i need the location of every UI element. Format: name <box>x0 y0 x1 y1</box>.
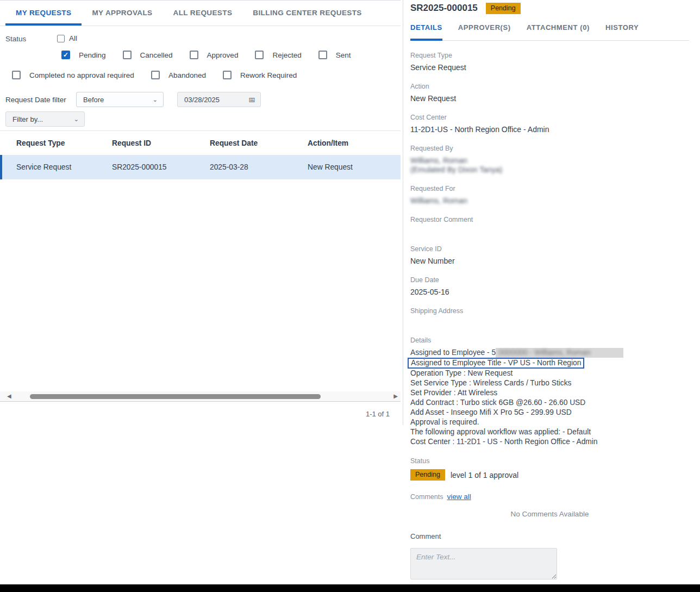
requests-table: Request Type Request ID Request Date Act… <box>0 130 401 179</box>
chevron-down-icon: ⌄ <box>74 116 79 123</box>
details-line: Set Service Type : Wireless Cards / Turb… <box>410 378 689 388</box>
field-label: Action <box>410 83 689 90</box>
field-value-redacted: Williams, Roman <box>410 196 689 205</box>
tab-approvers[interactable]: APPROVER(S) <box>458 23 511 40</box>
approval-status-section: Status Pending level 1 of 1 approval <box>410 457 689 481</box>
checkbox-sent-label: Sent <box>336 51 351 59</box>
tab-billing-center-requests[interactable]: BILLING CENTER REQUESTS <box>242 1 372 26</box>
field-requestor-comment: Requestor Comment <box>410 216 689 235</box>
date-operator-select[interactable]: Before ⌄ <box>76 92 164 107</box>
cell-request-date: 2025-03-28 <box>210 163 308 171</box>
checkbox-cancelled-label: Cancelled <box>140 51 173 59</box>
checkbox-pending-label: Pending <box>79 51 106 59</box>
field-action: Action New Request <box>410 83 689 103</box>
horizontal-scrollbar[interactable]: ◀ ▶ <box>0 391 401 402</box>
status-badge: Pending <box>410 469 445 481</box>
tab-all-requests[interactable]: ALL REQUESTS <box>163 1 243 26</box>
field-value: New Number <box>410 257 689 266</box>
status-section-label: Status <box>410 457 689 465</box>
checkbox-rework-required[interactable] <box>223 71 232 79</box>
scrollbar-thumb[interactable] <box>30 394 321 399</box>
pagination-label: 1-1 of 1 <box>366 410 390 418</box>
request-detail-panel: SR2025-000015 Pending DETAILS APPROVER(S… <box>403 0 700 584</box>
col-request-date: Request Date <box>210 139 308 147</box>
no-comments-text: No Comments Available <box>410 510 689 518</box>
details-line: Add Contract : Turbo stick 6GB @26.60 - … <box>410 398 689 408</box>
field-cost-center: Cost Center 11-2D1-US - North Region Off… <box>410 114 689 134</box>
checkbox-approved[interactable] <box>190 51 198 59</box>
field-requested-for: Requested For Williams, Roman <box>410 185 689 205</box>
table-row[interactable]: Service Request SR2025-000015 2025-03-28… <box>0 155 401 179</box>
field-details: Details Assigned to Employee - 50000000 … <box>410 336 689 447</box>
field-label: Details <box>410 336 689 344</box>
checkbox-all-label: All <box>69 34 77 42</box>
chevron-down-icon: ⌄ <box>153 96 158 103</box>
filter-by-value: Filter by... <box>12 115 43 123</box>
checkbox-abandoned[interactable] <box>151 71 160 79</box>
tab-history[interactable]: HISTORY <box>605 23 639 40</box>
field-value: Service Request <box>410 63 689 72</box>
view-all-link[interactable]: view all <box>447 493 471 501</box>
checkbox-all[interactable] <box>57 35 65 42</box>
field-value: 11-2D1-US - North Region Office - Admin <box>410 125 689 134</box>
tab-my-approvals[interactable]: MY APPROVALS <box>82 1 162 26</box>
cell-request-type: Service Request <box>16 163 112 171</box>
field-label: Cost Center <box>410 114 689 121</box>
tab-details[interactable]: DETAILS <box>410 23 442 41</box>
scroll-left-icon[interactable]: ◀ <box>7 393 11 399</box>
field-label: Service ID <box>410 245 689 253</box>
checkbox-rejected-label: Rejected <box>272 51 301 59</box>
comment-input[interactable] <box>410 548 557 579</box>
cell-request-id: SR2025-000015 <box>112 163 210 171</box>
field-shipping-address: Shipping Address <box>410 307 689 326</box>
checkbox-rejected[interactable] <box>255 51 264 59</box>
field-value-redacted: Williams, Roman <box>410 156 689 165</box>
detail-tabbar: DETAILS APPROVER(S) ATTACHMENT (0) HISTO… <box>410 23 689 41</box>
redacted-text: 0000000 - Williams, Roman <box>496 348 623 358</box>
date-operator-value: Before <box>83 96 104 104</box>
field-value: New Request <box>410 94 689 103</box>
date-input[interactable]: 03/28/2025 📅︎ <box>177 92 261 107</box>
checkbox-completed-no-approval[interactable] <box>12 71 21 79</box>
checkbox-pending[interactable]: ✓ <box>61 51 70 59</box>
field-value-redacted: (Emulated By Dixon Tanya) <box>410 165 689 175</box>
details-line: Set Provider : Att Wireless <box>410 388 689 398</box>
checkbox-abandoned-label: Abandoned <box>168 71 206 79</box>
status-badge: Pending <box>486 3 521 14</box>
scroll-right-icon[interactable]: ▶ <box>393 393 398 399</box>
field-label: Requested For <box>410 185 689 192</box>
table-header: Request Type Request ID Request Date Act… <box>0 131 401 155</box>
field-due-date: Due Date 2025-05-16 <box>410 276 689 297</box>
check-icon: ✓ <box>63 52 68 58</box>
checkbox-approved-label: Approved <box>207 51 239 59</box>
details-line-assigned-employee-title: Assigned to Employee Title - VP US - Nor… <box>410 358 689 369</box>
date-value: 03/28/2025 <box>184 96 220 104</box>
checkbox-cancelled[interactable] <box>123 51 132 59</box>
tab-my-requests[interactable]: MY REQUESTS <box>5 1 82 26</box>
request-date-filter-label: Request Date filter <box>5 96 76 104</box>
comment-label: Comment <box>410 532 689 540</box>
details-line: Operation Type : New Request <box>410 369 689 378</box>
request-id-title: SR2025-000015 <box>410 3 478 14</box>
comments-label: Comments <box>410 493 443 501</box>
field-label: Due Date <box>410 276 689 284</box>
field-label: Request Type <box>410 52 689 59</box>
field-label: Requested By <box>410 145 689 152</box>
details-line-prefix: Assigned to Employee - 5 <box>410 348 496 357</box>
cell-action-item: New Request <box>308 163 401 171</box>
details-line-assigned-employee: Assigned to Employee - 50000000 - Willia… <box>410 348 689 358</box>
field-label: Shipping Address <box>410 307 689 315</box>
filter-by-select[interactable]: Filter by... ⌄ <box>5 111 85 127</box>
tab-attachment[interactable]: ATTACHMENT (0) <box>527 23 590 40</box>
details-line: Cost Center : 11-2D1 - US - North Region… <box>410 437 689 447</box>
field-service-id: Service ID New Number <box>410 245 689 266</box>
details-line: Approval is required. <box>410 417 689 427</box>
col-request-type: Request Type <box>16 139 112 147</box>
field-label: Requestor Comment <box>410 216 689 223</box>
checkbox-sent[interactable] <box>318 51 327 59</box>
details-line: The following approval workflow was appl… <box>410 427 689 437</box>
field-requested-by: Requested By Williams, Roman (Emulated B… <box>410 145 689 175</box>
details-line: Add Asset - Inseego Mifi X Pro 5G - 299.… <box>410 408 689 417</box>
col-request-id: Request ID <box>112 139 210 147</box>
calendar-icon[interactable]: 📅︎ <box>248 96 255 104</box>
